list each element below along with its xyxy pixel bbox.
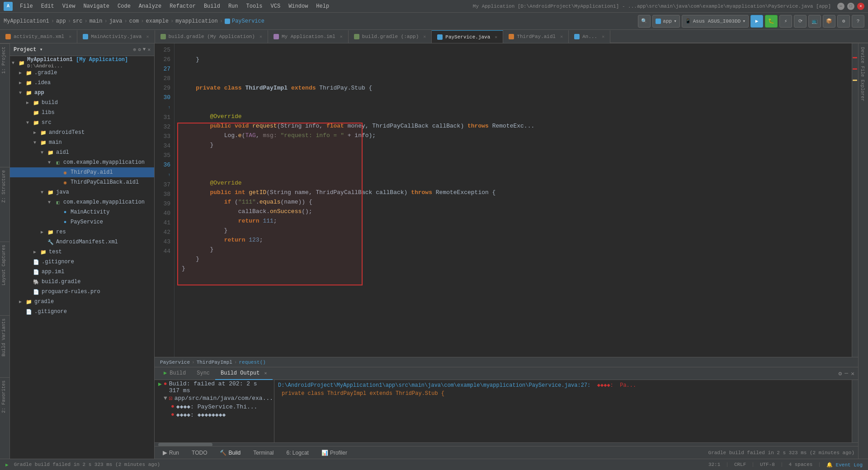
tree-item-app[interactable]: ▼ 📁 app <box>10 88 154 98</box>
project-collapse-button[interactable]: ▼ <box>143 47 146 52</box>
tab-payservice-java[interactable]: PayService.java ✕ <box>432 30 503 43</box>
right-device-file-explorer-label[interactable]: Device File Explorer <box>859 43 868 105</box>
status-encoding[interactable]: UTF-8 <box>760 462 775 468</box>
device-selector[interactable]: 📱 Asus ASUS_I003DD ▾ <box>682 15 749 28</box>
build-suberror-2[interactable]: ● ◆◆◆◆: ◆◆◆◆◆◆◆◆ <box>155 411 274 419</box>
menu-window[interactable]: Window <box>285 2 311 10</box>
tree-item-androidmanifest[interactable]: 🔧 AndroidManifest.xml <box>10 237 154 247</box>
sidebar-build-variants-label[interactable]: Build Variants <box>0 315 9 359</box>
menu-analyze[interactable]: Analyze <box>135 2 165 10</box>
tab-close-icon[interactable]: ✕ <box>602 34 604 39</box>
code-editor[interactable]: 25 26 27 28 29 30 ↑ 31 32 33 34 35 36 ↑ … <box>155 43 858 367</box>
close-button[interactable]: ✕ <box>857 3 864 10</box>
build-settings-icon[interactable]: ⚙ <box>839 370 842 377</box>
tree-item-payservice[interactable]: ● PayService <box>10 217 154 227</box>
menu-code[interactable]: Code <box>114 2 134 10</box>
tab-thirdpay-aidl[interactable]: ThirdPay.aidl ✕ <box>503 30 569 43</box>
menu-refactor[interactable]: Refactor <box>166 2 199 10</box>
tab-close-icon[interactable]: ✕ <box>69 34 71 39</box>
build-minimize-icon[interactable]: ─ <box>844 370 848 377</box>
build-horizontal-scrollbar[interactable] <box>155 442 858 446</box>
tab-mainactivity-java[interactable]: MainActivity.java ✕ <box>77 30 155 43</box>
help-button[interactable]: ? <box>852 15 864 28</box>
tree-item-thirdpay-aidl[interactable]: ◉ ThirdPay.aidl <box>10 167 154 177</box>
settings-button[interactable]: ⚙ <box>837 15 850 28</box>
menu-navigate[interactable]: Navigate <box>80 2 113 10</box>
tree-item-main[interactable]: ▼ 📁 main <box>10 138 154 147</box>
menu-vcs[interactable]: VCS <box>267 2 284 10</box>
project-settings-button[interactable]: ⚙ <box>138 47 141 52</box>
tree-item-app-buildgradle[interactable]: 🐘 build.gradle <box>10 277 154 287</box>
build-close-icon[interactable]: ✕ <box>851 370 854 377</box>
tree-item-root[interactable]: ▼ 📁 MyApplication1 [My Application] D:\A… <box>10 58 154 68</box>
todo-action-button[interactable]: TODO <box>187 448 212 458</box>
build-output-text[interactable]: D:\AndroidProject\MyApplication1\app\src… <box>274 380 852 442</box>
menu-build[interactable]: Build <box>200 2 224 10</box>
sync-button[interactable]: ⟳ <box>794 15 807 28</box>
tab-close-icon[interactable]: ✕ <box>560 34 563 39</box>
menu-tools[interactable]: Tools <box>243 2 266 10</box>
menu-file[interactable]: File <box>16 2 37 10</box>
tree-item-app-iml[interactable]: 📄 app.iml <box>10 267 154 277</box>
search-everywhere-button[interactable]: 🔍 <box>638 15 651 28</box>
tree-item-aidl[interactable]: ▼ 📁 aidl <box>10 147 154 157</box>
event-log-link[interactable]: 🔔 Event Log <box>826 462 863 468</box>
profile-button[interactable]: ⚡ <box>779 15 792 28</box>
tree-item-res[interactable]: ▶ 📁 res <box>10 227 154 237</box>
tab-close-icon[interactable]: ✕ <box>340 34 343 39</box>
tab-close-icon[interactable]: ✕ <box>495 34 497 40</box>
tab-activity-main-xml[interactable]: activity_main.xml ✕ <box>0 30 77 43</box>
logcat-action-button[interactable]: 6: Logcat <box>282 448 313 458</box>
editor-scroll-indicator[interactable] <box>852 43 858 357</box>
run-action-button[interactable]: ▶ Run <box>158 448 184 458</box>
tab-close-icon[interactable]: ✕ <box>259 34 262 39</box>
sidebar-favorites-label[interactable]: 2: Favorites <box>0 377 9 416</box>
tree-item-idea-dir[interactable]: ▶ 📁 .idea <box>10 78 154 88</box>
sidebar-project-label[interactable]: 1: Project <box>0 43 9 76</box>
run-config-selector[interactable]: app ▾ <box>652 15 679 28</box>
build-suberror-1[interactable]: ● ◆◆◆◆: PayService.Thi... <box>155 403 274 411</box>
tree-item-root-gitignore[interactable]: 📄 .gitignore <box>10 307 154 317</box>
build-tree-app-item[interactable]: ▼ ⊡ app/src/main/java/com/exa... <box>155 394 274 403</box>
tree-item-gradle-root[interactable]: ▶ 📁 gradle <box>10 297 154 307</box>
profiler-action-button[interactable]: 📊 Profiler <box>317 448 352 458</box>
sdk-manager-button[interactable]: 📦 <box>823 15 835 28</box>
tab-my-application-iml[interactable]: My Application.iml ✕ <box>268 30 349 43</box>
menu-run[interactable]: Run <box>225 2 242 10</box>
avd-button[interactable]: 📺 <box>808 15 821 28</box>
tree-item-app-gitignore[interactable]: 📄 .gitignore <box>10 257 154 267</box>
terminal-action-button[interactable]: Terminal <box>249 448 278 458</box>
sync-tab[interactable]: Sync <box>191 367 215 380</box>
tree-item-gradle-dir[interactable]: ▶ 📁 .gradle <box>10 68 154 78</box>
project-close-button[interactable]: ✕ <box>147 47 151 52</box>
tab-an[interactable]: An... ✕ <box>569 30 610 43</box>
tab-close-icon[interactable]: ✕ <box>146 34 149 39</box>
tree-item-aidl-package[interactable]: ▼ ◧ com.example.myapplication <box>10 157 154 167</box>
status-indent[interactable]: 4 spaces <box>789 462 813 468</box>
build-output-tab-close[interactable]: ✕ <box>264 370 267 376</box>
tab-build-gradle-app[interactable]: build.gradle (My Application) ✕ <box>155 30 268 43</box>
sidebar-structure-label[interactable]: Z: Structure <box>0 167 9 205</box>
project-locate-button[interactable]: ⊕ <box>133 47 137 52</box>
build-action-button[interactable]: 🔨 Build <box>215 448 245 458</box>
menu-help[interactable]: Help <box>312 2 333 10</box>
code-content-body[interactable]: } private class ThirdPayImpl extends Thr… <box>175 43 852 357</box>
debug-button[interactable]: 🐛 <box>765 15 778 28</box>
tree-item-androidtest[interactable]: ▶ 📁 androidTest <box>10 128 154 138</box>
tree-item-mainactivity[interactable]: ● MainActivity <box>10 207 154 217</box>
status-line-sep[interactable]: CRLF <box>734 462 746 468</box>
sidebar-captures-label[interactable]: Layout Captures <box>0 242 9 288</box>
tree-item-build[interactable]: ▶ 📁 build <box>10 98 154 108</box>
build-status-line[interactable]: ▶ ● Build: failed at 202: 2 s 317 ms <box>155 380 274 394</box>
build-output-tab[interactable]: Build Output ✕ <box>215 367 272 380</box>
menu-view[interactable]: View <box>59 2 79 10</box>
build-scroll-indicator[interactable] <box>852 380 858 442</box>
tree-item-proguard[interactable]: 📄 proguard-rules.pro <box>10 287 154 297</box>
status-position[interactable]: 32:1 <box>708 462 720 468</box>
menu-edit[interactable]: Edit <box>38 2 58 10</box>
tree-item-thirdpaycallback-aidl[interactable]: ◉ ThirdPayCallBack.aidl <box>10 177 154 187</box>
tree-item-java-package[interactable]: ▼ ◧ com.example.myapplication <box>10 197 154 207</box>
minimize-button[interactable]: ─ <box>837 3 844 10</box>
tree-item-src[interactable]: ▼ 📁 src <box>10 118 154 128</box>
tree-item-test[interactable]: ▶ 📁 test <box>10 247 154 257</box>
